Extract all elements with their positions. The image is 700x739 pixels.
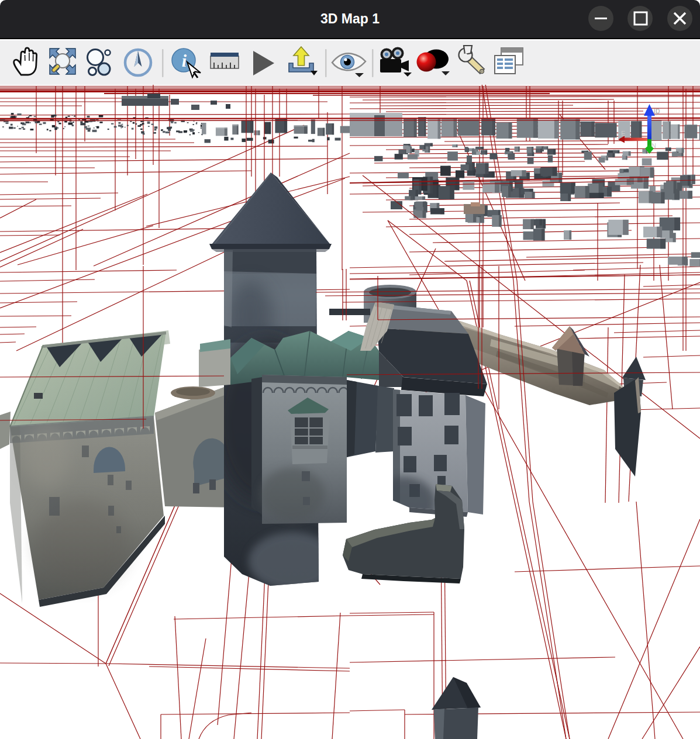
- svg-text:E: E: [621, 130, 625, 137]
